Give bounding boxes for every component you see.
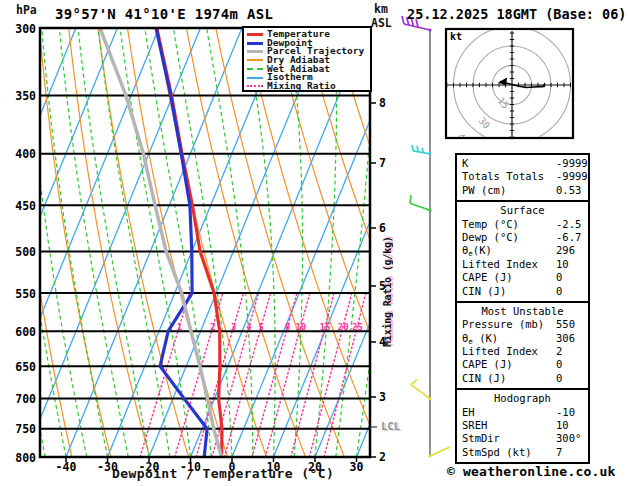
table-row-value: 10 (556, 419, 569, 432)
table-row-value: 300° (556, 432, 581, 445)
legend-swatch (247, 77, 263, 79)
table-row-value: 2 (556, 345, 562, 358)
table-row: CIN (J)0 (457, 372, 588, 385)
table-row: Temp (°C)-2.5 (457, 218, 588, 231)
table-row-label: CAPE (J) (462, 358, 513, 370)
table-section-header: Hodograph (457, 392, 588, 405)
table-row-label: StmSpd (kt) (462, 446, 532, 458)
pressure-labels: 300350400450500550600650700750800 (15, 22, 36, 465)
table-row-label: K (462, 157, 468, 169)
table-row: K-9999 (457, 157, 588, 170)
svg-text:3: 3 (231, 322, 236, 332)
wind-barb (411, 380, 432, 401)
table-row-label: θe(K) (462, 244, 492, 256)
temperature-curve (157, 28, 222, 457)
table-row-value: -9999 (556, 170, 588, 183)
svg-text:30: 30 (350, 460, 364, 474)
svg-text:1: 1 (177, 322, 182, 332)
table-row-value: -10 (556, 406, 575, 419)
table-row-label: Temp (°C) (462, 218, 519, 230)
svg-text:8: 8 (379, 96, 386, 110)
table-row-value: 0 (556, 372, 562, 385)
svg-text:750: 750 (15, 422, 36, 436)
table-row-value: 0 (556, 285, 562, 298)
svg-text:5: 5 (258, 322, 263, 332)
legend-swatch (247, 50, 263, 53)
table-row-label: CIN (J) (462, 285, 506, 297)
svg-text:7: 7 (379, 156, 386, 170)
legend-swatch (247, 85, 263, 87)
svg-text:450: 450 (15, 199, 36, 213)
table-row-value: 10 (556, 258, 569, 271)
svg-text:2: 2 (210, 322, 215, 332)
table-row-value: 0.53 (556, 184, 581, 197)
table-row: Pressure (mb)550 (457, 318, 588, 331)
legend-label: Mixing Ratio (267, 82, 336, 91)
table-row-label: θe (K) (462, 332, 498, 344)
table-row-label: SREH (462, 419, 487, 431)
table-row-value: -2.5 (556, 218, 581, 231)
table-row-value: 0 (556, 271, 562, 284)
table-section-header: Most Unstable (457, 305, 588, 318)
table-section: K-9999Totals Totals-9999PW (cm)0.53 (457, 155, 588, 200)
svg-text:600: 600 (15, 325, 36, 339)
table-section-header: Surface (457, 204, 588, 217)
svg-text:800: 800 (15, 451, 36, 465)
wind-barb (412, 145, 432, 156)
wind-barb (410, 195, 432, 212)
station-title: 39°57'N 41°10'E 1974m ASL (55, 6, 273, 22)
km-unit-label: km (374, 2, 388, 16)
legend-swatch (247, 42, 263, 45)
table-row-value: -6.7 (556, 231, 581, 244)
table-row: Totals Totals-9999 (457, 170, 588, 183)
svg-text:500: 500 (15, 245, 36, 259)
pressure-unit-label: hPa (16, 3, 37, 17)
asl-unit-label: ASL (371, 16, 392, 30)
table-row-value: 0 (556, 358, 562, 371)
svg-text:650: 650 (15, 360, 36, 374)
table-row-label: Pressure (mb) (462, 318, 544, 330)
lcl-label: LCL (381, 420, 400, 432)
table-row-label: Lifted Index (462, 345, 538, 357)
table-row-label: CIN (J) (462, 372, 506, 384)
table-row: PW (cm)0.53 (457, 184, 588, 197)
table-row-label: Lifted Index (462, 258, 538, 270)
table-section: HodographEH-10SREH10StmDir300°StmSpd (kt… (457, 388, 588, 462)
svg-text:25: 25 (352, 322, 363, 332)
wind-barb (428, 447, 450, 458)
svg-text:15: 15 (320, 322, 331, 332)
table-row: θe (K)306 (457, 332, 588, 345)
legend-swatch (247, 33, 263, 36)
svg-text:4: 4 (246, 322, 252, 332)
copyright: © weatheronline.co.uk (447, 464, 616, 479)
table-row-value: 550 (556, 318, 575, 331)
table-row: CAPE (J)0 (457, 271, 588, 284)
svg-text:8: 8 (285, 322, 290, 332)
table-row: StmDir300° (457, 432, 588, 445)
svg-text:10: 10 (295, 322, 306, 332)
hodograph-unit-label: kt (450, 31, 462, 42)
table-row-label: Totals Totals (462, 170, 544, 182)
legend-swatch (247, 68, 263, 70)
datetime-title: 25.12.2025 18GMT (Base: 06) (407, 6, 626, 22)
parcel-trajectory-curve (100, 28, 222, 457)
table-row: θe(K)296 (457, 244, 588, 257)
svg-text:-40: -40 (56, 460, 77, 474)
table-section: Most UnstablePressure (mb)550θe (K)306Li… (457, 301, 588, 388)
mixing-ratio-axis-label: Mixing Ratio (g/kg) (382, 202, 393, 347)
table-row-label: PW (cm) (462, 184, 506, 196)
table-row: EH-10 (457, 406, 588, 419)
info-table: K-9999Totals Totals-9999PW (cm)0.53Surfa… (455, 153, 590, 464)
svg-text:2: 2 (379, 450, 386, 464)
table-row-label: CAPE (J) (462, 271, 513, 283)
svg-text:700: 700 (15, 392, 36, 406)
legend: TemperatureDewpointParcel TrajectoryDry … (242, 26, 372, 92)
table-section: SurfaceTemp (°C)-2.5Dewp (°C)-6.7θe(K)29… (457, 200, 588, 301)
svg-text:350: 350 (15, 89, 36, 103)
table-row-label: Dewp (°C) (462, 231, 519, 243)
table-row-value: 7 (556, 446, 562, 459)
table-row: SREH10 (457, 419, 588, 432)
hodograph: 153045 (446, 20, 577, 150)
table-row-label: StmDir (462, 432, 500, 444)
table-row-label: EH (462, 406, 475, 418)
